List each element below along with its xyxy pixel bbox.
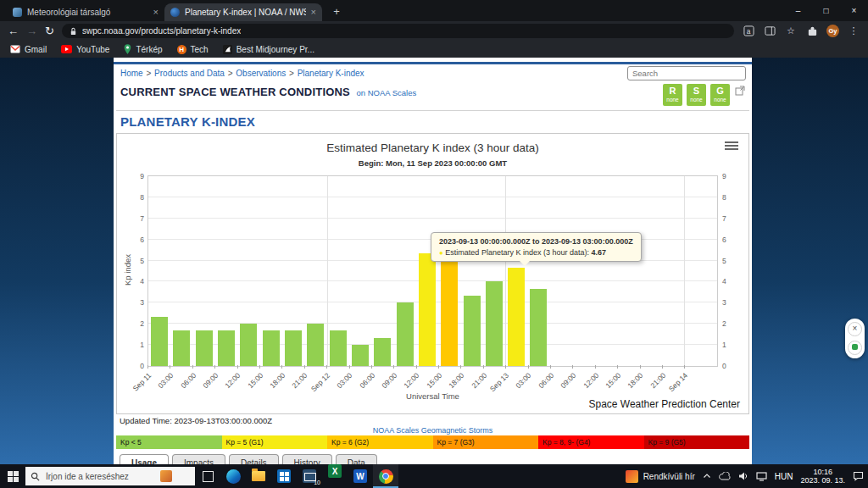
legend-segment: Kp = 9 (G5) — [644, 435, 750, 449]
address-bar[interactable]: swpc.noaa.gov/products/planetary-k-index — [62, 24, 734, 38]
browser-menu-icon[interactable]: ⋮ — [847, 25, 860, 38]
page-tab-history[interactable]: History — [282, 454, 332, 464]
new-tab-button[interactable]: + — [329, 3, 344, 19]
windows-start-button[interactable] — [0, 464, 25, 488]
news-widget-button[interactable]: Rendkívüli hír — [626, 470, 695, 483]
x-tick-label: 21:00 — [648, 371, 667, 390]
language-indicator[interactable]: HUN — [775, 472, 793, 481]
scale-indicator-r[interactable]: Rnone — [663, 84, 682, 106]
bookmark-midjourney[interactable]: Best Midjourney Pr... — [223, 45, 314, 54]
extensions-icon[interactable] — [805, 25, 819, 38]
scale-indicator-g[interactable]: Gnone — [710, 84, 730, 106]
x-tick-label: Sep 13 — [488, 371, 510, 393]
back-button[interactable]: ← — [8, 25, 19, 36]
kp-bar[interactable] — [240, 324, 257, 366]
taskbar-clock[interactable]: 10:16 2023. 09. 13. — [800, 468, 845, 485]
x-tick-label: 12:00 — [581, 371, 600, 390]
taskbar-app-word[interactable]: W — [348, 464, 373, 488]
svg-text:a: a — [746, 27, 750, 36]
kp-bar[interactable] — [352, 345, 369, 366]
action-center-button[interactable] — [853, 471, 864, 481]
kp-bar[interactable] — [307, 324, 324, 366]
geomagnetic-storms-link[interactable]: NOAA Scales Geomagnetic Storms — [373, 426, 493, 435]
page-tab-details[interactable]: Details — [229, 454, 279, 464]
kp-bar[interactable] — [530, 289, 547, 366]
conditions-title: CURRENT SPACE WEATHER CONDITIONS — [120, 86, 350, 98]
window-minimize-button[interactable]: – — [784, 0, 812, 20]
widget-action-button[interactable] — [848, 341, 862, 355]
tick-mark — [326, 365, 327, 369]
kp-bar[interactable] — [508, 268, 525, 366]
browser-tab-2[interactable]: Planetary K-index | NOAA / NWS × — [164, 3, 322, 21]
speaker-icon[interactable] — [738, 471, 748, 481]
noaa-scales-inline-link[interactable]: on NOAA Scales — [356, 88, 416, 97]
x-tick-label: 15:00 — [604, 371, 622, 390]
scale-indicator-s[interactable]: Snone — [687, 84, 706, 106]
tick-mark — [528, 365, 529, 369]
taskbar-app-excel[interactable]: X — [322, 464, 348, 488]
page-tab-impacts[interactable]: Impacts — [172, 454, 225, 464]
breadcrumb-link[interactable]: Planetary K-index — [298, 69, 364, 78]
chart-credit: Space Weather Prediction Center — [588, 398, 740, 410]
kp-bar[interactable] — [151, 317, 168, 366]
kp-bar[interactable] — [441, 247, 458, 366]
window-close-button[interactable]: × — [840, 0, 868, 20]
breadcrumb-link[interactable]: Products and Data — [154, 69, 225, 78]
taskbar-app-store[interactable] — [271, 464, 297, 488]
reload-button[interactable]: ↻ — [45, 25, 54, 36]
x-tick-label: 03:00 — [515, 371, 533, 390]
tab-close-icon[interactable]: × — [311, 8, 316, 17]
translate-icon[interactable]: a — [742, 25, 755, 38]
task-view-button[interactable] — [195, 464, 220, 488]
kp-bar[interactable] — [173, 330, 190, 366]
tab-close-icon[interactable]: × — [153, 8, 159, 17]
external-link-icon[interactable] — [735, 84, 745, 99]
page-tab-data[interactable]: Data — [336, 454, 377, 464]
x-tick-label: Sep 11 — [131, 371, 153, 393]
word-icon: W — [353, 469, 367, 483]
taskbar-app-chrome[interactable] — [373, 464, 398, 488]
window-maximize-button[interactable]: □ — [812, 0, 840, 20]
onedrive-icon[interactable] — [719, 472, 731, 480]
kp-bar[interactable] — [486, 281, 503, 366]
bookmark-star-icon[interactable]: ☆ — [784, 25, 798, 38]
kp-bar[interactable] — [330, 330, 347, 366]
tick-mark — [550, 365, 551, 369]
browser-tab-1[interactable]: Meteorológiai társalgó × — [7, 3, 164, 21]
kp-bar[interactable] — [263, 330, 280, 366]
x-tick-label: 03:00 — [335, 371, 353, 390]
search-highlight-icon[interactable] — [160, 470, 172, 482]
taskbar-app-mail[interactable]: 10 — [297, 464, 322, 488]
taskbar-search-input[interactable] — [44, 471, 156, 482]
x-tick-label: 06:00 — [358, 371, 376, 390]
kp-bar[interactable] — [397, 302, 414, 366]
kp-bar[interactable] — [419, 253, 436, 366]
kp-bar[interactable] — [464, 296, 481, 366]
profile-avatar[interactable]: Gy — [826, 25, 839, 37]
y-axis-label: 6 — [722, 236, 731, 244]
kp-bar[interactable] — [374, 338, 391, 366]
y-axis-label: 7 — [722, 214, 731, 223]
forward-button[interactable]: → — [26, 25, 37, 36]
network-icon[interactable] — [756, 472, 767, 481]
page-tab-usage[interactable]: Usage — [120, 454, 169, 464]
kp-bar[interactable] — [285, 330, 302, 366]
breadcrumb-link[interactable]: Observations — [236, 69, 286, 78]
breadcrumb-link[interactable]: Home — [120, 69, 143, 78]
chrome-icon — [379, 469, 393, 484]
kp-bar[interactable] — [218, 330, 235, 366]
bookmark-gmail[interactable]: Gmail — [10, 45, 47, 54]
bookmark-tech[interactable]: H Tech — [177, 45, 209, 54]
taskbar-app-explorer[interactable] — [246, 464, 271, 488]
noaa-scale-boxes: RnoneSnoneGnone — [663, 84, 730, 106]
bookmark-youtube[interactable]: YouTube — [61, 45, 109, 54]
hidden-icons-button[interactable] — [703, 473, 711, 480]
taskbar-search-box[interactable] — [25, 467, 195, 485]
widget-close-button[interactable]: × — [848, 322, 862, 336]
taskbar-app-edge[interactable] — [220, 464, 246, 488]
chart-menu-button[interactable] — [725, 141, 738, 152]
bookmark-map[interactable]: Térkép — [124, 44, 162, 54]
side-panel-icon[interactable] — [763, 25, 776, 38]
site-search-input[interactable] — [627, 66, 746, 80]
kp-bar[interactable] — [196, 330, 213, 366]
